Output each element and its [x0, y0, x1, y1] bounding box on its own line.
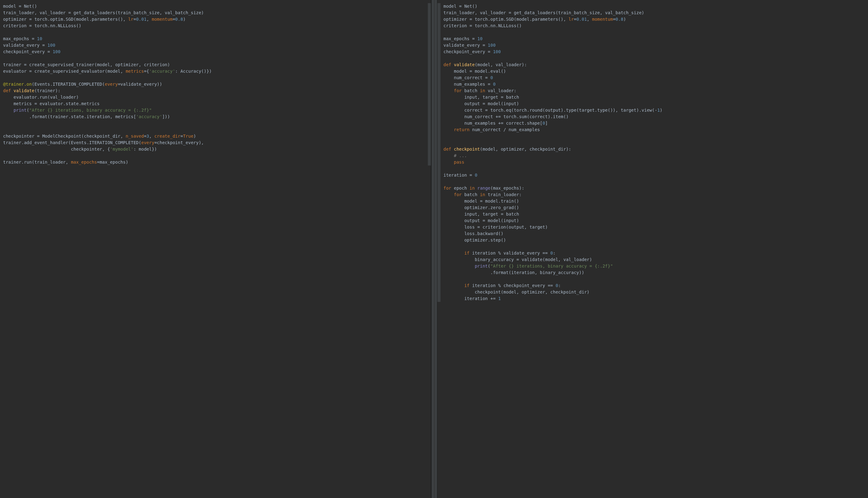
code-line[interactable]: loss.backward() — [440, 231, 868, 237]
code-line[interactable]: pass — [440, 159, 868, 166]
code-line[interactable]: checkpoint_every = 100 — [440, 49, 868, 55]
code-line[interactable]: def validate(model, val_loader): — [440, 62, 868, 68]
code-token: model = model.train() — [444, 199, 519, 204]
code-line[interactable]: trainer = create_supervised_trainer(mode… — [0, 62, 428, 68]
code-token: output = model(input) — [444, 218, 519, 223]
code-line[interactable]: checkpoint(model, optimizer, checkpoint_… — [440, 289, 868, 296]
code-token: checkpoint — [454, 147, 480, 152]
code-line[interactable]: correct = torch.eq(torch.round(output).t… — [440, 107, 868, 114]
code-line[interactable]: return num_correct / num_examples — [440, 127, 868, 133]
code-line[interactable]: for epoch in range(max_epochs): — [440, 185, 868, 192]
code-line[interactable] — [0, 127, 428, 133]
code-line[interactable] — [440, 55, 868, 62]
code-line[interactable]: model = Net() — [440, 3, 868, 10]
code-line[interactable]: # ... — [440, 153, 868, 159]
code-token: 'accuracy' — [149, 69, 175, 74]
code-token — [3, 108, 14, 113]
code-line[interactable]: binary_accuracy = validate(model, val_lo… — [440, 257, 868, 263]
diff-divider[interactable] — [431, 0, 437, 498]
code-line[interactable]: output = model(input) — [440, 218, 868, 224]
code-line[interactable]: metrics = evaluator.state.metrics — [0, 101, 428, 107]
code-line[interactable]: optimizer = torch.optim.SGD(model.parame… — [0, 16, 428, 23]
code-line[interactable] — [0, 55, 428, 62]
code-token: optimizer.step() — [444, 238, 506, 243]
code-token: create_dir — [154, 134, 180, 139]
code-token — [444, 283, 464, 288]
code-line[interactable]: for batch in train_loader: — [440, 192, 868, 198]
code-line[interactable]: criterion = torch.nn.NLLLoss() — [0, 23, 428, 29]
code-token: model = model.eval() — [444, 69, 506, 74]
right-code-panel[interactable]: model = Net()train_loader, val_loader = … — [437, 0, 868, 498]
code-line[interactable]: trainer.add_event_handler(Events.ITERATI… — [0, 140, 428, 146]
code-line[interactable]: num_correct = 0 — [440, 75, 868, 81]
code-line[interactable] — [440, 276, 868, 283]
code-line[interactable]: optimizer.step() — [440, 237, 868, 244]
code-line[interactable] — [0, 153, 428, 159]
code-token: ) — [660, 108, 662, 113]
code-line[interactable]: validate_every = 100 — [440, 42, 868, 49]
code-token: lr — [128, 17, 134, 22]
code-line[interactable]: .format(iteration, binary_accuracy)) — [440, 270, 868, 276]
code-token: (max_epochs): — [490, 186, 524, 191]
code-line[interactable] — [440, 166, 868, 172]
code-token: 10 — [477, 36, 483, 41]
code-line[interactable] — [440, 133, 868, 140]
code-line[interactable]: optimizer.zero_grad() — [440, 205, 868, 211]
code-line[interactable]: checkpointer, {'mymodel': model}) — [0, 146, 428, 153]
code-token: optimizer = torch.optim.SGD(model.parame… — [444, 17, 569, 22]
code-line[interactable]: print("After {} iterations, binary accur… — [0, 107, 428, 114]
code-line[interactable]: evaluator = create_supervised_evaluator(… — [0, 68, 428, 75]
code-token: def — [444, 62, 454, 67]
code-token: every — [105, 82, 118, 87]
code-line[interactable]: if iteration % checkpoint_every == 0: — [440, 283, 868, 289]
code-line[interactable]: if iteration % validate_every == 0: — [440, 250, 868, 257]
code-line[interactable]: output = model(input) — [440, 101, 868, 107]
code-line[interactable]: num_examples = 0 — [440, 81, 868, 88]
code-line[interactable]: input, target = batch — [440, 94, 868, 101]
code-token: criterion = torch.nn.NLLLoss() — [3, 23, 81, 28]
code-token: ) — [623, 17, 626, 22]
code-line[interactable] — [440, 244, 868, 250]
code-line[interactable]: def checkpoint(model, optimizer, checkpo… — [440, 146, 868, 153]
code-token: in — [480, 192, 488, 197]
code-line[interactable]: max_epochs = 10 — [0, 36, 428, 42]
code-line[interactable]: checkpointer = ModelCheckpoint(checkpoin… — [0, 133, 428, 140]
code-line[interactable]: iteration = 0 — [440, 172, 868, 179]
code-line[interactable]: .format(trainer.state.iteration, metrics… — [0, 114, 428, 120]
code-token: 1 — [657, 108, 660, 113]
code-line[interactable]: validate_every = 100 — [0, 42, 428, 49]
code-line[interactable]: model = Net() — [0, 3, 428, 10]
code-line[interactable]: trainer.run(train_loader, max_epochs=max… — [0, 159, 428, 166]
code-line[interactable] — [0, 120, 428, 127]
code-line[interactable]: for batch in val_loader: — [440, 88, 868, 94]
code-token: iteration % checkpoint_every == — [472, 283, 555, 288]
code-line[interactable]: max_epochs = 10 — [440, 36, 868, 42]
code-token: binary_accuracy = validate(model, val_lo… — [444, 257, 592, 262]
code-line[interactable]: @trainer.on(Events.ITERATION_COMPLETED(e… — [0, 81, 428, 88]
code-line[interactable] — [0, 29, 428, 36]
code-token: checkpoint(model, optimizer, checkpoint_… — [444, 289, 590, 294]
code-line[interactable]: checkpoint_every = 100 — [0, 49, 428, 55]
code-line[interactable]: optimizer = torch.optim.SGD(model.parame… — [440, 16, 868, 23]
code-line[interactable]: criterion = torch.nn.NLLLoss() — [440, 23, 868, 29]
code-line[interactable]: model = model.eval() — [440, 68, 868, 75]
code-line[interactable] — [440, 140, 868, 146]
code-line[interactable]: iteration += 1 — [440, 296, 868, 302]
code-token: ={ — [144, 69, 149, 74]
code-token: 100 — [53, 49, 60, 54]
code-line[interactable]: print("After {} iterations, binary accur… — [440, 263, 868, 270]
code-token: 0.8 — [616, 17, 623, 22]
code-line[interactable]: input, target = batch — [440, 211, 868, 218]
code-line[interactable]: def validate(trainer): — [0, 88, 428, 94]
code-line[interactable]: model = model.train() — [440, 198, 868, 205]
code-line[interactable] — [440, 29, 868, 36]
code-line[interactable] — [0, 75, 428, 81]
code-line[interactable]: evaluator.run(val_loader) — [0, 94, 428, 101]
code-line[interactable]: loss = criterion(output, target) — [440, 224, 868, 231]
code-line[interactable]: train_loader, val_loader = get_data_load… — [440, 10, 868, 16]
code-line[interactable]: num_examples += correct.shape[0] — [440, 120, 868, 127]
code-line[interactable]: num_correct += torch.sum(correct).item() — [440, 114, 868, 120]
left-code-panel[interactable]: model = Net()train_loader, val_loader = … — [0, 0, 431, 498]
code-line[interactable]: train_loader, val_loader = get_data_load… — [0, 10, 428, 16]
code-line[interactable] — [440, 179, 868, 185]
